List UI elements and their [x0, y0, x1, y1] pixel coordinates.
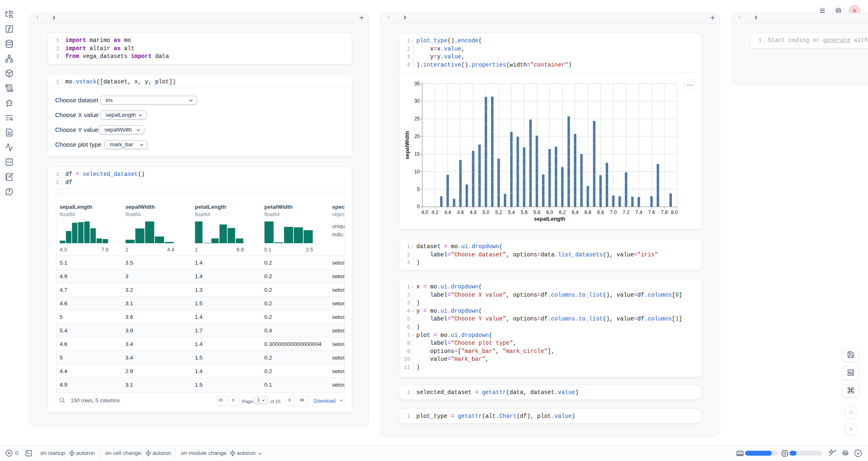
svg-text:4.4: 4.4 — [444, 210, 451, 215]
svg-text:7.0: 7.0 — [610, 210, 617, 215]
svg-text:sepalWidth: sepalWidth — [404, 131, 410, 159]
svg-text:6.6: 6.6 — [584, 210, 591, 215]
svg-text:7.4: 7.4 — [635, 210, 642, 215]
svg-text:35: 35 — [414, 81, 420, 87]
svg-text:4.6: 4.6 — [457, 210, 464, 215]
svg-text:6.2: 6.2 — [559, 210, 566, 215]
svg-text:4.2: 4.2 — [432, 210, 439, 215]
svg-text:7.6: 7.6 — [648, 210, 655, 215]
svg-text:20: 20 — [414, 134, 420, 139]
svg-text:4.0: 4.0 — [421, 210, 428, 215]
svg-text:6.4: 6.4 — [572, 210, 579, 215]
svg-text:sepalLength: sepalLength — [534, 216, 566, 222]
svg-text:5.0: 5.0 — [482, 210, 489, 215]
svg-text:8.0: 8.0 — [671, 210, 678, 215]
svg-text:0: 0 — [417, 204, 420, 210]
svg-text:7.2: 7.2 — [623, 210, 630, 215]
svg-text:6.0: 6.0 — [546, 210, 553, 215]
svg-text:15: 15 — [414, 151, 420, 157]
svg-text:5.4: 5.4 — [508, 210, 515, 215]
svg-text:25: 25 — [414, 116, 420, 122]
svg-text:4.8: 4.8 — [470, 210, 477, 215]
svg-text:30: 30 — [414, 98, 420, 104]
svg-text:7.8: 7.8 — [661, 210, 668, 215]
svg-text:5.8: 5.8 — [533, 210, 540, 215]
svg-text:5: 5 — [417, 187, 420, 192]
svg-text:5.2: 5.2 — [495, 210, 502, 215]
svg-text:5.6: 5.6 — [521, 210, 528, 215]
svg-text:10: 10 — [414, 169, 420, 175]
svg-text:6.8: 6.8 — [597, 210, 604, 215]
